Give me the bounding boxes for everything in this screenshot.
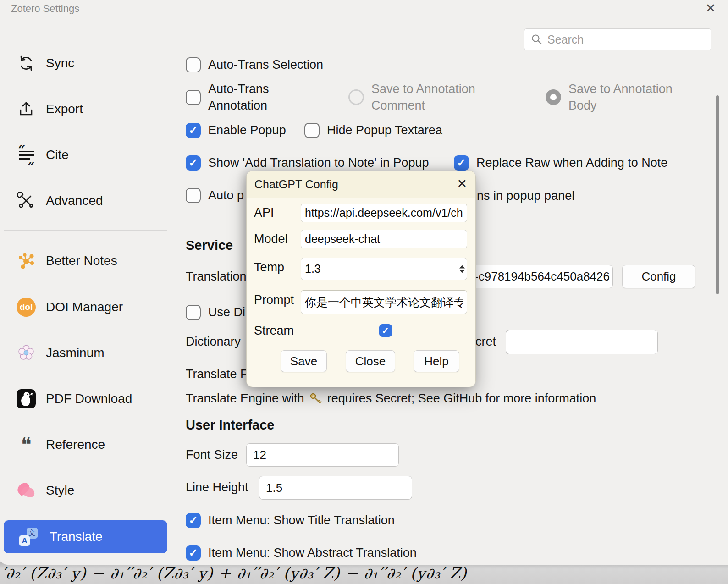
enable-popup-checkbox[interactable] <box>186 123 201 138</box>
model-input[interactable] <box>301 232 467 246</box>
line-height-input[interactable] <box>259 481 412 495</box>
secret-input[interactable] <box>506 335 657 349</box>
search-input[interactable] <box>547 33 694 46</box>
config-button[interactable]: Config <box>622 265 695 288</box>
auto-popup-checkbox[interactable] <box>186 188 201 203</box>
item-menu-title-row: Item Menu: Show Title Translation <box>186 510 395 530</box>
sidebar-item-advanced[interactable]: Advanced <box>17 190 103 211</box>
sidebar-item-better-notes[interactable]: Better Notes <box>17 250 117 271</box>
replace-raw-label: Replace Raw when Adding to Note <box>476 156 667 170</box>
show-add-translation-label: Show 'Add Translation to Note' in Popup <box>208 156 429 170</box>
sidebar-item-cite[interactable]: “„ Cite <box>17 144 69 165</box>
use-dictionary-label-fragment: Use Di <box>208 305 245 320</box>
sidebar-item-label: Better Notes <box>46 253 117 268</box>
temp-field[interactable] <box>301 258 467 280</box>
secret-field[interactable] <box>506 330 658 354</box>
close-button[interactable]: Close <box>346 350 395 372</box>
sidebar-item-export[interactable]: Export <box>17 99 83 120</box>
key-icon <box>309 392 323 406</box>
save-annotation-comment-label: Save to Annotation Comment <box>371 81 494 114</box>
sidebar-item-reference[interactable]: ❝ Reference <box>17 434 105 455</box>
service-heading: Service <box>186 238 233 253</box>
stream-checkbox[interactable] <box>379 324 392 337</box>
line-height-label: Line Height <box>186 480 248 495</box>
window-title: Zotero Settings <box>11 3 79 15</box>
vertical-scrollbar[interactable] <box>716 95 719 294</box>
sidebar-item-label: Translate <box>50 529 103 544</box>
sidebar-item-jasminum[interactable]: Jasminum <box>17 342 105 364</box>
engine-note-after: requires Secret; See GitHub for more inf… <box>327 391 596 406</box>
auto-trans-selection-row: Auto-Trans Selection <box>186 55 323 75</box>
dictionary-label: Dictionary <box>186 335 241 349</box>
pdf-download-icon <box>17 389 36 408</box>
search-box[interactable] <box>524 28 711 50</box>
auto-trans-selection-checkbox[interactable] <box>186 57 201 72</box>
sidebar-item-label: Export <box>46 102 83 116</box>
translate-icon: 文 A <box>18 527 39 547</box>
replace-raw-checkbox[interactable] <box>454 155 469 171</box>
save-annotation-comment-radio[interactable] <box>348 89 364 105</box>
auto-trans-selection-label: Auto-Trans Selection <box>208 58 323 72</box>
stream-label: Stream <box>254 324 294 338</box>
temp-spinner[interactable] <box>459 265 465 273</box>
dialog-close-icon[interactable]: ✕ <box>457 176 467 191</box>
auto-trans-annotation-row: Auto-Trans Annotation <box>186 81 291 114</box>
sidebar-item-label: Cite <box>46 148 69 162</box>
model-field[interactable] <box>301 230 467 248</box>
temp-label: Temp <box>254 260 284 275</box>
item-menu-abstract-row: Item Menu: Show Abstract Translation <box>186 543 417 563</box>
background-formula: ′∂₂′ (Z∂₃′ y) − ∂₁′′∂₂′ (Z∂₃′ y) + ∂₁′′∂… <box>2 564 467 582</box>
hide-popup-textarea-label: Hide Popup Textarea <box>327 123 442 138</box>
auto-trans-annotation-label: Auto-Trans Annotation <box>208 81 291 114</box>
dialog-title: ChatGPT Config <box>254 178 338 191</box>
window-close-button[interactable]: ✕ <box>700 1 721 19</box>
prompt-field[interactable] <box>301 290 467 314</box>
use-dictionary-checkbox[interactable] <box>186 305 201 320</box>
api-input[interactable] <box>301 206 467 220</box>
sidebar-item-label: Advanced <box>46 193 103 208</box>
advanced-icon <box>17 191 36 210</box>
auto-popup-label-fragment: Auto p <box>208 188 244 203</box>
background-document-strip: ′∂₂′ (Z∂₃′ y) − ∂₁′′∂₂′ (Z∂₃′ y) + ∂₁′′∂… <box>0 562 728 584</box>
sidebar-item-label: Jasminum <box>46 346 105 360</box>
save-button[interactable]: Save <box>281 350 327 372</box>
enable-popup-label: Enable Popup <box>208 123 286 138</box>
sync-icon <box>17 54 36 73</box>
reference-icon: ❝ <box>17 435 36 454</box>
search-icon <box>531 33 543 45</box>
auto-popup-label-fragment-right: ns in popup panel <box>477 189 574 203</box>
show-add-translation-checkbox[interactable] <box>186 155 201 171</box>
dialog-header: ChatGPT Config ✕ <box>247 171 475 198</box>
translation-label: Translation <box>186 270 247 284</box>
help-button[interactable]: Help <box>414 350 459 372</box>
replace-raw-row: Replace Raw when Adding to Note <box>454 153 667 173</box>
sidebar-item-sync[interactable]: Sync <box>17 53 74 74</box>
auto-trans-annotation-checkbox[interactable] <box>186 90 201 105</box>
font-size-field[interactable] <box>246 443 399 467</box>
prompt-input[interactable] <box>301 296 467 309</box>
engine-note-before: Translate Engine with <box>186 391 304 406</box>
sidebar-item-label: PDF Download <box>46 391 132 406</box>
item-menu-title-checkbox[interactable] <box>186 513 201 528</box>
model-label: Model <box>254 232 288 246</box>
font-size-input[interactable] <box>247 448 398 462</box>
api-field[interactable] <box>301 204 467 222</box>
sidebar-item-doi-manager[interactable]: doi DOI Manager <box>17 297 123 318</box>
translate-forms-label-fragment: Translate F <box>186 367 248 381</box>
sidebar-item-translate[interactable]: 文 A Translate <box>4 520 167 553</box>
secret-label-fragment: cret <box>475 335 496 349</box>
save-annotation-body-radio[interactable] <box>546 89 561 105</box>
temp-input[interactable] <box>301 262 467 275</box>
line-height-field[interactable] <box>259 476 412 500</box>
user-interface-heading: User Interface <box>186 418 274 433</box>
sidebar-item-label: DOI Manager <box>46 300 123 314</box>
sidebar-item-style[interactable]: Style <box>17 480 74 501</box>
enable-popup-row: Enable Popup <box>186 120 286 140</box>
hide-popup-textarea-checkbox[interactable] <box>304 123 320 138</box>
save-annotation-body-label: Save to Annotation Body <box>568 81 691 114</box>
engine-secret-note: Translate Engine with requires Secret; S… <box>186 391 596 406</box>
chatgpt-config-dialog: ChatGPT Config ✕ API Model Temp Prompt S… <box>246 171 476 387</box>
sidebar-item-pdf-download[interactable]: PDF Download <box>17 388 132 409</box>
item-menu-abstract-checkbox[interactable] <box>186 545 201 561</box>
sidebar-item-label: Reference <box>46 437 105 452</box>
